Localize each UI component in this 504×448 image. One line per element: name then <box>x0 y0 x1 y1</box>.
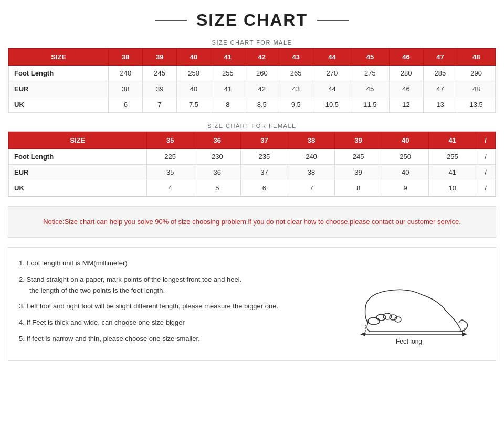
instructions-text: 1. Foot length unit is MM(millimeter)2. … <box>19 258 338 350</box>
instructions-list: 1. Foot length unit is MM(millimeter)2. … <box>19 258 338 345</box>
male-cell-2-7: 11.5 <box>351 97 390 113</box>
list-item-sub: the length of the two points is the foot… <box>19 285 338 296</box>
female-size-col-header: SIZE <box>9 132 147 149</box>
female-header-36: 36 <box>194 132 241 149</box>
female-cell-0-4: 245 <box>335 149 382 165</box>
male-cell-1-10: 48 <box>457 81 496 97</box>
female-table-wrapper: SIZE35363738394041/ Foot Length225230235… <box>8 131 496 197</box>
male-cell-1-2: 40 <box>177 81 211 97</box>
male-cell-1-9: 47 <box>423 81 457 97</box>
svg-marker-1 <box>360 332 365 336</box>
male-cell-1-5: 43 <box>279 81 313 97</box>
male-header-43: 43 <box>279 49 313 66</box>
male-header-row: SIZE3839404142434445464748 <box>9 49 496 66</box>
male-cell-2-1: 7 <box>143 97 177 113</box>
table-row: EUR35363738394041/ <box>9 165 496 180</box>
male-header-44: 44 <box>313 49 351 66</box>
table-row: UK677.588.59.510.511.5121313.5 <box>9 97 496 113</box>
male-cell-2-0: 6 <box>109 97 143 113</box>
table-row: Foot Length225230235240245250255/ <box>9 149 496 165</box>
male-size-col-header: SIZE <box>9 49 109 66</box>
female-header-37: 37 <box>241 132 288 149</box>
female-cell-0-3: 240 <box>288 149 335 165</box>
table-row: UK45678910/ <box>9 180 496 196</box>
male-cell-1-4: 42 <box>245 81 279 97</box>
female-cell-1-6: 41 <box>429 165 476 180</box>
male-cell-2-2: 7.5 <box>177 97 211 113</box>
female-section-label: SIZE CHART FOR FEMALE <box>8 123 496 129</box>
female-size-table: SIZE35363738394041/ Foot Length225230235… <box>8 132 496 196</box>
svg-point-4 <box>368 317 380 325</box>
male-cell-0-0: 240 <box>109 66 143 81</box>
female-cell-2-5: 9 <box>382 180 429 196</box>
female-cell-0-5: 250 <box>382 149 429 165</box>
male-row-label-2: UK <box>9 97 109 113</box>
male-cell-2-9: 13 <box>423 97 457 113</box>
male-cell-1-0: 38 <box>109 81 143 97</box>
male-cell-0-4: 260 <box>245 66 279 81</box>
list-item: 4. If Feet is thick and wide, can choose… <box>19 317 338 328</box>
female-cell-0-7: / <box>476 149 496 165</box>
male-cell-0-2: 250 <box>177 66 211 81</box>
female-cell-2-0: 4 <box>146 180 194 196</box>
instructions-section: 1. Foot length unit is MM(millimeter)2. … <box>8 247 496 361</box>
male-cell-0-7: 275 <box>351 66 390 81</box>
female-cell-1-3: 38 <box>288 165 335 180</box>
male-cell-0-1: 245 <box>143 66 177 81</box>
male-cell-0-3: 255 <box>211 66 245 81</box>
female-cell-0-2: 235 <box>241 149 288 165</box>
male-cell-0-6: 270 <box>313 66 351 81</box>
foot-diagram: Feet long <box>349 258 485 350</box>
male-header-38: 38 <box>109 49 143 66</box>
female-cell-1-7: / <box>476 165 496 180</box>
table-row: Foot Length24024525025526026527027528028… <box>9 66 496 81</box>
male-header-46: 46 <box>389 49 423 66</box>
male-cell-2-6: 10.5 <box>313 97 351 113</box>
female-cell-0-0: 225 <box>146 149 194 165</box>
svg-marker-2 <box>462 332 467 336</box>
female-cell-1-1: 36 <box>194 165 241 180</box>
male-section-label: SIZE CHART FOR MALE <box>8 39 496 46</box>
female-cell-2-6: 10 <box>429 180 476 196</box>
foot-svg-container: Feet long <box>354 266 480 350</box>
table-row: EUR3839404142434445464748 <box>9 81 496 97</box>
male-cell-0-10: 290 <box>457 66 496 81</box>
male-header-39: 39 <box>143 49 177 66</box>
female-cell-2-7: / <box>476 180 496 196</box>
female-cell-0-6: 255 <box>429 149 476 165</box>
list-item: 2. Stand straight on a paper, mark point… <box>19 274 338 296</box>
male-header-41: 41 <box>211 49 245 66</box>
male-cell-2-8: 12 <box>389 97 423 113</box>
female-cell-2-4: 8 <box>335 180 382 196</box>
notice-section: Notice:Size chart can help you solve 90%… <box>8 206 496 238</box>
page-wrapper: SIZE CHART SIZE CHART FOR MALE SIZE38394… <box>0 0 504 371</box>
male-cell-0-9: 285 <box>423 66 457 81</box>
main-title: SIZE CHART <box>196 10 308 30</box>
male-cell-0-8: 280 <box>389 66 423 81</box>
female-cell-1-2: 37 <box>241 165 288 180</box>
male-header-47: 47 <box>423 49 457 66</box>
foot-svg: Feet long <box>354 266 480 350</box>
list-item: 3. Left foot and right foot will be slig… <box>19 301 338 312</box>
male-cell-2-4: 8.5 <box>245 97 279 113</box>
male-cell-2-3: 8 <box>211 97 245 113</box>
male-header-40: 40 <box>177 49 211 66</box>
list-item: 5. If feet is narrow and thin, please ch… <box>19 334 338 345</box>
male-cell-1-6: 44 <box>313 81 351 97</box>
female-header-40: 40 <box>382 132 429 149</box>
male-cell-2-5: 9.5 <box>279 97 313 113</box>
title-line-left <box>155 20 187 21</box>
male-table-wrapper: SIZE3839404142434445464748 Foot Length24… <box>8 48 496 113</box>
female-cell-2-1: 5 <box>194 180 241 196</box>
female-cell-2-2: 6 <box>241 180 288 196</box>
svg-text:Feet long: Feet long <box>396 338 422 345</box>
female-header-row: SIZE35363738394041/ <box>9 132 496 149</box>
male-cell-1-1: 39 <box>143 81 177 97</box>
male-cell-1-7: 45 <box>351 81 390 97</box>
male-table-body: Foot Length24024525025526026527027528028… <box>9 66 496 113</box>
female-header-39: 39 <box>335 132 382 149</box>
female-cell-1-4: 39 <box>335 165 382 180</box>
female-header-/: / <box>476 132 496 149</box>
female-row-label-1: EUR <box>9 165 147 180</box>
svg-point-5 <box>376 314 386 321</box>
